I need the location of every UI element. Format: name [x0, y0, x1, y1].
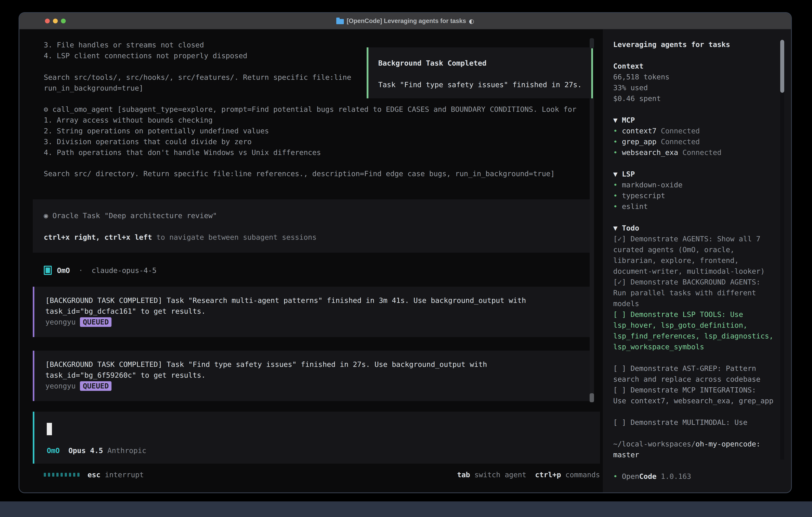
esc-key[interactable]: esc: [88, 471, 100, 479]
close-button[interactable]: [45, 19, 50, 23]
folder-icon: [336, 19, 344, 24]
tool-call-paragraph: ⚙ call_omo_agent [subagent_type=explore,…: [44, 104, 576, 158]
prompt-input[interactable]: OmO Opus 4.5 Anthropic: [33, 412, 600, 464]
spinner-dot: [77, 473, 80, 477]
terminal-line: 3. File handles or streams not closed: [44, 39, 351, 50]
terminal-line: 4. Path operations that don't handle Win…: [44, 147, 576, 158]
terminal-line: 4. LSP client connections not properly d…: [44, 50, 351, 61]
half-circle-icon: ◐: [469, 18, 474, 25]
background-task-toast: Background Task Completed Task "Find typ…: [367, 47, 593, 98]
bullet-icon: •: [613, 472, 617, 481]
separator-dot: [70, 266, 79, 274]
oracle-hint-line: ctrl+x right, ctrl+x left to navigate be…: [44, 232, 590, 243]
message-card[interactable]: [BACKGROUND TASK COMPLETED] Task "Resear…: [33, 287, 590, 337]
session-title: Leveraging agents for tasks: [613, 39, 791, 50]
message-line: task_id="bg_dcfac161" to get results.: [46, 306, 590, 317]
status-bar: esc interrupt tab switch agent ctrl+p co…: [44, 469, 600, 480]
desktop: [OpenCode] Leveraging agents for tasks ◐…: [0, 0, 812, 517]
active-agent[interactable]: OmO: [47, 445, 60, 456]
tab-label: switch agent: [474, 471, 526, 479]
keybinding: ctrl+x right, ctrl+x left: [44, 233, 152, 241]
terminal-line: 2. String operations on potentially unde…: [44, 126, 576, 136]
ctrlp-key[interactable]: ctrl+p: [535, 471, 561, 479]
minimize-button[interactable]: [53, 19, 58, 23]
spinner-dot: [56, 473, 59, 477]
context-stat: $0.46 spent: [613, 93, 791, 104]
spinner-dot: [52, 473, 54, 477]
dock-strip: [0, 501, 812, 517]
esc-label: interrupt: [105, 471, 144, 479]
window-title: [OpenCode] Leveraging agents for tasks: [347, 18, 466, 25]
status-badge: QUEUED: [80, 381, 112, 391]
terminal-window: [OpenCode] Leveraging agents for tasks ◐…: [19, 13, 791, 492]
lsp-list: • markdown-oxide• typescript• eslint: [613, 180, 791, 212]
sidebar-scrollbar-track[interactable]: [780, 40, 784, 460]
chevron-down-icon: ▼: [613, 170, 617, 178]
context-stat: 33% used: [613, 82, 791, 93]
mcp-list: • context7 Connected• grep_app Connected…: [613, 126, 791, 158]
workspace-path: ~/local-workspaces/oh-my-opencode: maste…: [613, 439, 775, 460]
lsp-item: • eslint: [613, 201, 791, 212]
todo-item: [ ] Demonstrate AST-GREP: Pattern search…: [613, 363, 775, 385]
message-card[interactable]: [BACKGROUND TASK COMPLETED] Task "Find t…: [33, 351, 590, 401]
author-name: yeongyu: [46, 318, 76, 326]
toast-title: Background Task Completed: [378, 58, 591, 69]
version-line: • OpenCode 1.0.163: [613, 471, 791, 482]
todo-section-header[interactable]: ▼ Todo: [613, 223, 791, 234]
tab-key[interactable]: tab: [457, 471, 470, 479]
lsp-item: • typescript: [613, 190, 791, 201]
terminal-line: ⚙ call_omo_agent [subagent_type=explore,…: [44, 104, 576, 115]
bullet-icon: •: [613, 148, 617, 157]
context-stats: 66,518 tokens33% used$0.46 spent: [613, 72, 791, 104]
bullet-icon: •: [613, 192, 617, 200]
agent-output-paragraph: Search src/ directory. Return specific f…: [44, 168, 555, 179]
scrollbar-track[interactable]: [590, 98, 594, 402]
active-model[interactable]: Opus 4.5: [68, 445, 103, 456]
bullet-icon: •: [613, 181, 617, 189]
todo-item: [✓] Demonstrate AGENTS: Show all 7 curat…: [613, 234, 775, 277]
toast-body: Task "Find type safety issues" finished …: [378, 79, 591, 90]
todo-item: [ ] Demonstrate MCP INTEGRATIONS: Use co…: [613, 385, 775, 406]
agent-name: OmO: [57, 266, 70, 274]
spinner-dot: [65, 473, 67, 477]
terminal-line: run_in_background=true]: [44, 83, 351, 93]
message-footer: yeongyu QUEUED: [46, 381, 590, 391]
scrollbar-thumb[interactable]: [590, 38, 594, 48]
zoom-button[interactable]: [61, 19, 66, 23]
mcp-section-header[interactable]: ▼ MCP: [613, 115, 791, 126]
ctrlp-label: commands: [566, 471, 600, 479]
terminal-line: Search src/tools/, src/hooks/, src/featu…: [44, 72, 351, 83]
spinner-dots-icon: [44, 473, 80, 477]
oracle-task-card[interactable]: ◉ Oracle Task "Deep architecture review"…: [33, 199, 590, 253]
terminal-line: [44, 61, 351, 72]
message-line: task_id="bg_6f59260c" to get results.: [46, 370, 590, 381]
text-cursor: [47, 423, 52, 435]
provider-name: Anthropic: [107, 445, 146, 456]
bullet-icon: •: [613, 127, 617, 135]
mcp-item: • grep_app Connected: [613, 136, 791, 147]
todo-item: [ ] Demonstrate MULTIMODAL: Use: [613, 417, 775, 428]
chevron-down-icon: ▼: [613, 224, 617, 232]
lsp-section-header[interactable]: ▼ LSP: [613, 169, 791, 180]
author-name: yeongyu: [46, 382, 76, 390]
message-line: [BACKGROUND TASK COMPLETED] Task "Resear…: [46, 295, 590, 306]
context-stat: 66,518 tokens: [613, 72, 791, 82]
titlebar[interactable]: [OpenCode] Leveraging agents for tasks ◐: [19, 13, 791, 29]
model-name: claude-opus-4-5: [91, 266, 156, 274]
todo-list: [✓] Demonstrate AGENTS: Show all 7 curat…: [613, 234, 791, 428]
spinner-dot: [48, 473, 50, 477]
traffic-lights: [45, 13, 66, 29]
agent-model-line: OmO · claude-opus-4-5: [44, 265, 157, 276]
record-icon: ◉: [44, 212, 48, 220]
sidebar-scrollbar-thumb[interactable]: [780, 40, 784, 93]
context-header: Context: [613, 61, 791, 72]
message-footer: yeongyu QUEUED: [46, 317, 590, 327]
message-line: [BACKGROUND TASK COMPLETED] Task "Find t…: [46, 359, 590, 370]
terminal-line: 1. Array access without bounds checking: [44, 115, 576, 126]
omo-agent-icon: [44, 266, 52, 275]
spinner-dot: [61, 473, 63, 477]
chat-main-area: 3. File handles or streams not closed4. …: [19, 29, 603, 492]
scrollbar-thumb[interactable]: [590, 393, 594, 402]
mcp-item: • websearch_exa Connected: [613, 147, 791, 158]
lsp-item: • markdown-oxide: [613, 180, 791, 190]
